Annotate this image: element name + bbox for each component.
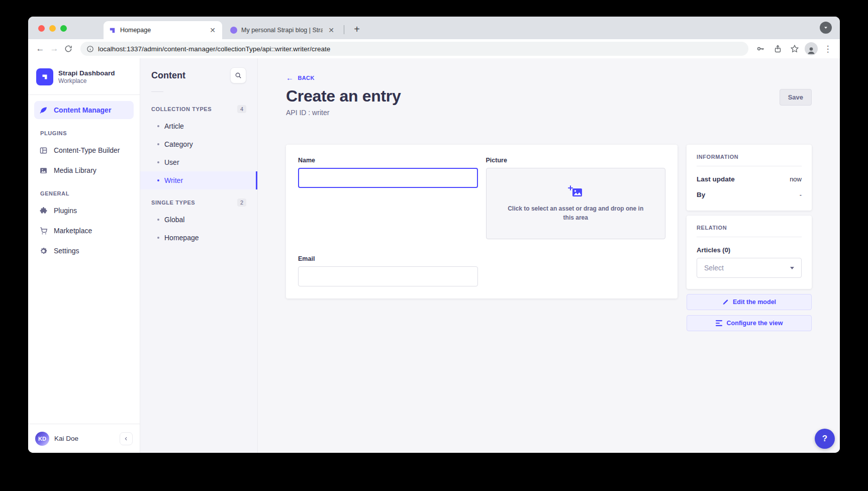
star-icon (790, 44, 799, 53)
subnav-item-label: User (164, 158, 179, 166)
subnav-item-label: Category (164, 140, 193, 148)
gear-icon (39, 247, 48, 255)
strapi-logo-icon (40, 72, 49, 81)
sidebar-item-label: Media Library (54, 166, 97, 174)
page-title: Create an entry (286, 87, 401, 106)
sidebar-item-settings[interactable]: Settings (34, 242, 134, 260)
sidebar-item-plugins[interactable]: Plugins (34, 202, 134, 220)
subnav-item-user[interactable]: User (140, 153, 257, 171)
email-field-group: Email (298, 255, 478, 286)
subnav-item-article[interactable]: Article (140, 117, 257, 135)
bullet-icon (157, 161, 159, 163)
sidebar-section-general: GENERAL (28, 180, 140, 201)
add-image-icon (568, 185, 583, 198)
sidebar-item-content-type-builder[interactable]: Content-Type Builder (34, 141, 134, 159)
subnav-item-label: Global (164, 216, 184, 224)
bullet-icon (157, 219, 159, 221)
back-button[interactable]: ← (33, 42, 47, 56)
search-button[interactable] (230, 67, 246, 83)
chevron-down-icon (823, 25, 829, 31)
tab-blog[interactable]: My personal Strapi blog | Strap ✕ (225, 21, 341, 39)
articles-relation-select[interactable]: Select (697, 258, 802, 278)
window-controls (38, 25, 67, 32)
configure-list-icon (716, 320, 723, 326)
feather-pen-icon (39, 106, 48, 115)
subnav-item-writer[interactable]: Writer (140, 171, 257, 189)
downloads-button[interactable] (820, 22, 832, 34)
sidebar-item-label: Marketplace (54, 227, 92, 235)
last-update-value: now (790, 175, 802, 183)
subnav-item-label: Article (164, 122, 184, 130)
relation-heading: RELATION (697, 225, 802, 231)
image-icon (39, 166, 48, 175)
sidebar-item-label: Content Manager (54, 106, 111, 114)
window-minimize-button[interactable] (49, 25, 56, 32)
back-arrow-icon: ← (286, 73, 294, 82)
select-placeholder: Select (704, 264, 724, 272)
by-label: By (697, 191, 705, 199)
edit-model-button[interactable]: Edit the model (687, 294, 812, 310)
share-icon (774, 45, 782, 53)
bullet-icon (157, 179, 159, 181)
back-link[interactable]: ← BACK (286, 73, 315, 82)
divider (28, 94, 140, 95)
forward-button[interactable]: → (47, 42, 61, 56)
single-types-heading: SINGLE TYPES (151, 200, 195, 206)
subnav-item-global[interactable]: Global (140, 211, 257, 229)
single-types-count-badge: 2 (237, 199, 246, 207)
divider (151, 91, 163, 92)
reload-icon (64, 45, 72, 53)
name-input[interactable] (298, 168, 478, 188)
by-row: By - (697, 191, 802, 199)
reload-button[interactable] (61, 42, 75, 56)
tab-close-icon[interactable]: ✕ (327, 26, 336, 35)
tab-close-icon[interactable]: ✕ (208, 26, 217, 35)
collapse-sidebar-button[interactable] (120, 432, 133, 445)
workspace-brand[interactable]: Strapi Dashboard Workplace (28, 58, 140, 92)
divider (697, 166, 802, 166)
address-bar[interactable]: localhost:1337/admin/content-manager/col… (80, 42, 748, 56)
back-label: BACK (298, 75, 314, 81)
picture-dropzone[interactable]: Click to select an asset or drag and dro… (486, 168, 666, 239)
user-avatar[interactable]: KD (35, 432, 49, 446)
bullet-icon (157, 237, 159, 239)
information-card: INFORMATION Last update now By - (687, 145, 812, 211)
configure-view-button[interactable]: Configure the view (687, 315, 812, 331)
brand-title: Strapi Dashboard (58, 69, 115, 78)
strapi-logo (36, 68, 53, 85)
pencil-icon (722, 299, 729, 306)
sidebar-item-content-manager[interactable]: Content Manager (34, 101, 134, 119)
email-input[interactable] (298, 266, 478, 286)
password-key-button[interactable] (753, 42, 767, 56)
sidebar-item-label: Settings (54, 247, 79, 255)
new-tab-button[interactable]: + (350, 23, 364, 37)
picture-label: Picture (486, 157, 666, 164)
subnav-item-homepage[interactable]: Homepage (140, 229, 257, 247)
browser-menu-button[interactable]: ⋮ (821, 42, 835, 56)
share-button[interactable] (770, 42, 785, 56)
api-id-subtitle: API ID : writer (286, 109, 401, 117)
window-zoom-button[interactable] (60, 25, 67, 32)
browser-profile-avatar[interactable] (805, 42, 818, 55)
window-close-button[interactable] (38, 25, 45, 32)
browser-toolbar: ← → localhost:1337/admin/content-manager… (28, 39, 840, 58)
sidebar-item-media-library[interactable]: Media Library (34, 161, 134, 179)
toolbar-icons: ⋮ (753, 42, 835, 56)
dropzone-hint: Click to select an asset or drag and dro… (507, 204, 645, 222)
configure-view-label: Configure the view (727, 320, 783, 327)
strapi-app: Strapi Dashboard Workplace Content Manag… (28, 58, 840, 453)
help-button[interactable]: ? (815, 429, 835, 449)
save-button[interactable]: Save (780, 89, 812, 106)
tab-homepage[interactable]: Homepage ✕ (104, 21, 222, 39)
sidebar-item-marketplace[interactable]: Marketplace (34, 222, 134, 240)
right-panel: INFORMATION Last update now By - RELATIO… (687, 145, 812, 336)
main-content: ← BACK Create an entry API ID : writer S… (258, 58, 840, 453)
by-value: - (800, 191, 802, 199)
picture-field-group: Picture Click to select an asset or drag… (486, 157, 666, 239)
layout-grid-icon (39, 146, 48, 155)
sidebar-item-label: Plugins (54, 207, 77, 215)
divider (697, 237, 802, 237)
bookmark-button[interactable] (788, 42, 802, 56)
sidebar-footer: KD Kai Doe (28, 424, 140, 453)
subnav-item-category[interactable]: Category (140, 135, 257, 153)
